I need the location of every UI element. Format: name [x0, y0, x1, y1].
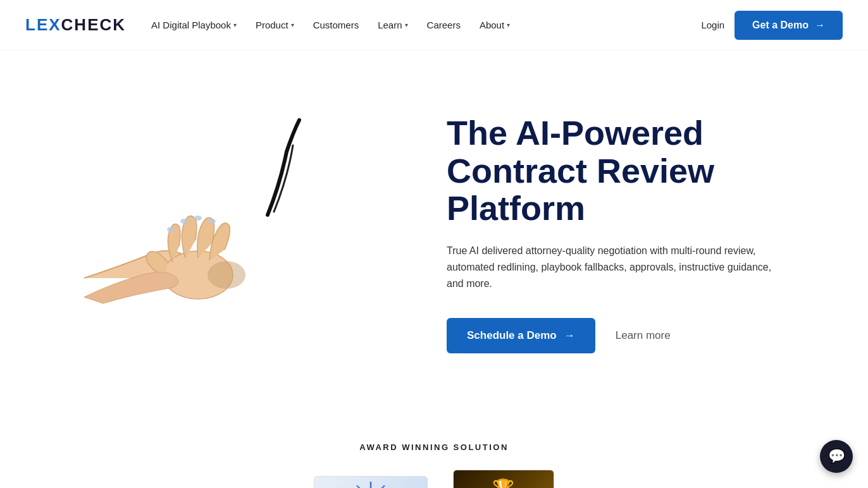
navigation: LEXCHECK AI Digital Playbook ▾ Product ▾…: [0, 0, 868, 51]
nav-about[interactable]: About ▾: [472, 15, 518, 35]
handshake-illustration: [71, 114, 363, 354]
arrow-right-icon: →: [815, 20, 825, 31]
legal-tech-badge: 🏆 MOSTPROMISINGLEGALTECH: [453, 470, 554, 488]
nav-learn[interactable]: Learn ▾: [370, 15, 415, 35]
chevron-down-icon: ▾: [405, 21, 408, 28]
award-badges: ★ VALUECHAMPION 🏆 MOSTPROMISINGLEGALTECH: [25, 470, 843, 488]
nav-customers[interactable]: Customers: [306, 15, 367, 35]
hero-section: The AI-Powered Contract Review Platform …: [0, 51, 868, 417]
svg-point-4: [208, 219, 216, 224]
logo-lex: LEX: [25, 15, 61, 34]
hero-image: [0, 76, 434, 392]
logo-check: CHECK: [61, 15, 126, 34]
login-link[interactable]: Login: [701, 20, 724, 30]
hero-subtitle: True AI delivered attorney-quality negot…: [447, 243, 776, 293]
logo[interactable]: LEXCHECK: [25, 15, 123, 35]
schedule-demo-button[interactable]: Schedule a Demo →: [447, 318, 595, 353]
svg-point-3: [194, 216, 202, 221]
nav-right: Login Get a Demo →: [701, 11, 843, 40]
hero-content: The AI-Powered Contract Review Platform …: [434, 102, 868, 365]
arrow-right-icon: →: [564, 329, 575, 342]
hero-title: The AI-Powered Contract Review Platform: [447, 114, 830, 227]
svg-point-21: [208, 261, 245, 289]
nav-links: AI Digital Playbook ▾ Product ▾ Customer…: [144, 15, 701, 35]
starburst-icon: ★: [352, 480, 390, 488]
award-section: AWARD WINNING SOLUTION: [0, 417, 868, 488]
svg-line-26: [357, 485, 361, 488]
handshake-svg: [71, 114, 363, 354]
svg-point-2: [180, 219, 188, 224]
chat-icon: 💬: [828, 448, 845, 465]
nav-product[interactable]: Product ▾: [248, 15, 302, 35]
robot-hand-group: [356, 168, 363, 331]
svg-point-1: [167, 227, 175, 232]
chat-support-button[interactable]: 💬: [820, 440, 853, 473]
learn-more-link[interactable]: Learn more: [616, 329, 671, 342]
svg-line-28: [380, 485, 385, 488]
chevron-down-icon: ▾: [507, 21, 510, 28]
hero-actions: Schedule a Demo → Learn more: [447, 318, 830, 353]
trophy-icon: 🏆: [492, 478, 514, 488]
nav-ai-digital-playbook[interactable]: AI Digital Playbook ▾: [144, 15, 244, 35]
value-champion-badge: ★ VALUECHAMPION: [314, 476, 428, 488]
award-section-label: AWARD WINNING SOLUTION: [25, 442, 843, 452]
chevron-down-icon: ▾: [233, 21, 237, 28]
get-demo-button[interactable]: Get a Demo →: [735, 11, 843, 40]
chevron-down-icon: ▾: [291, 21, 294, 28]
nav-careers[interactable]: Careers: [419, 15, 468, 35]
human-hand-group: [84, 216, 233, 303]
